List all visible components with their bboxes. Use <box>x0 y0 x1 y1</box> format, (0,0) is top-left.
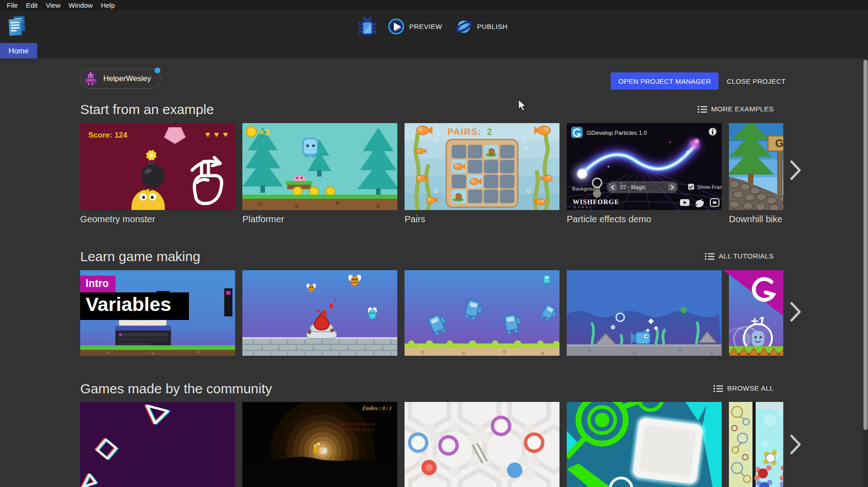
tutorial-jumpstart-thumbnail <box>567 270 722 356</box>
forest-score: Étoiles : 0 / 1 <box>362 405 392 411</box>
example-card-downhill-bike[interactable]: GO Downhill bike <box>729 123 783 228</box>
tab-strip: Home <box>0 43 868 58</box>
profile-chip[interactable]: HelperWesley <box>80 69 161 89</box>
community-carousel: Étoiles : 0 / 1 Tuer les monstres en leu… <box>80 402 783 487</box>
geometry-monster-thumbnail: Score: 124 ♥ ♥ ♥ <box>80 123 235 210</box>
night-forest-thumbnail: Étoiles : 0 / 1 Tuer les monstres en leu… <box>242 402 397 487</box>
examples-next-button[interactable] <box>786 159 805 181</box>
tutorials-next-button[interactable] <box>786 301 805 323</box>
tutorial-events-thumbnail <box>405 270 559 356</box>
pairs-thumbnail: PAIRS: 2 <box>405 123 559 210</box>
tab-home[interactable]: Home <box>0 43 37 58</box>
info-icon <box>709 128 717 136</box>
geometry-hearts: ♥ ♥ ♥ <box>205 130 229 139</box>
toolbar-center: PREVIEW PUBLISH <box>0 10 868 43</box>
scrollbar-thumb[interactable] <box>863 60 868 430</box>
chemistry-art <box>729 402 783 487</box>
example-card-platformer[interactable]: ×3 <box>242 123 397 228</box>
hex-rings-thumbnail <box>405 402 559 487</box>
downhill-bike-art: GO <box>729 123 783 210</box>
pairs-caption: PAIRS: <box>448 127 482 137</box>
particles-showframe-label: Show Frame <box>697 184 722 190</box>
gdevelop-corner-logo <box>723 270 783 316</box>
menu-view[interactable]: View <box>42 1 64 10</box>
chevron-right-icon <box>790 434 801 455</box>
tutorial-card-events[interactable]: Intro Events <box>405 270 559 356</box>
notification-dot <box>154 67 160 73</box>
example-card-label: Pairs <box>405 214 559 224</box>
more-examples-label: MORE EXAMPLES <box>711 105 774 113</box>
particles-brand: WISHFORGE <box>573 198 619 205</box>
preview-button[interactable]: PREVIEW <box>385 18 445 35</box>
example-card-pairs[interactable]: PAIRS: 2 <box>405 123 559 228</box>
avatar <box>83 71 98 86</box>
neon-shapes-thumbnail <box>80 402 235 487</box>
list-icon <box>698 105 707 113</box>
all-tutorials-label: ALL TUTORIALS <box>719 252 774 260</box>
all-tutorials-link[interactable]: ALL TUTORIALS <box>702 252 776 261</box>
teal-square-thumbnail <box>567 402 722 487</box>
example-card-label: Downhill bike <box>729 214 783 224</box>
particles-title: GDevelop Particles 1.0 <box>587 129 647 136</box>
browse-all-link[interactable]: BROWSE ALL <box>711 384 776 393</box>
community-card-teal-square[interactable] <box>567 402 722 487</box>
gdevelop-badge-icon <box>571 127 583 138</box>
debug-button[interactable] <box>357 16 377 37</box>
menu-bar: File Edit View Window Help <box>0 0 868 10</box>
tutorial-card-objects[interactable]: Intro Objects <box>242 270 397 356</box>
preview-label: PREVIEW <box>409 23 442 30</box>
list-icon <box>705 253 714 260</box>
particle-effects-thumbnail: GDevelop Particles 1.0 Background 07 - M… <box>567 123 722 210</box>
particle-effects-art: GDevelop Particles 1.0 Background 07 - M… <box>567 123 722 210</box>
neon-shapes-art <box>80 402 235 487</box>
downhill-sign-text: GO <box>775 137 783 149</box>
community-card-night-forest[interactable]: Étoiles : 0 / 1 Tuer les monstres en leu… <box>242 402 397 487</box>
examples-section-title: Start from an example <box>80 101 214 118</box>
teal-square-art <box>567 402 722 487</box>
tutorial-events-art <box>405 270 559 356</box>
community-card-chemistry[interactable] <box>729 402 783 487</box>
example-card-particle-effects[interactable]: GDevelop Particles 1.0 Background 07 - M… <box>567 123 722 228</box>
publish-planet-icon <box>455 18 473 35</box>
particles-preset-label: 07 - Magic <box>620 184 646 191</box>
tutorials-section-title: Learn game making <box>80 248 200 265</box>
example-card-label: Geometry monster <box>80 214 235 224</box>
tutorial-word: Variables <box>80 292 180 320</box>
chemistry-thumbnail <box>729 402 783 487</box>
pairs-art: PAIRS: 2 <box>405 123 559 210</box>
publish-button[interactable]: PUBLISH <box>453 18 511 36</box>
menu-file[interactable]: File <box>3 1 22 10</box>
examples-carousel: Score: 124 ♥ ♥ ♥ <box>80 123 783 228</box>
menu-help[interactable]: Help <box>97 1 119 10</box>
menu-window[interactable]: Window <box>64 1 96 10</box>
scrollbar-track[interactable] <box>863 58 868 487</box>
close-project-button[interactable]: CLOSE PROJECT <box>722 72 790 90</box>
tutorial-jumpstart-art <box>567 270 722 356</box>
open-project-manager-button[interactable]: OPEN PROJECT MANAGER <box>611 72 719 90</box>
community-card-hex-rings[interactable] <box>405 402 559 487</box>
more-examples-link[interactable]: MORE EXAMPLES <box>695 105 776 114</box>
tutorial-tag: Intro <box>80 276 116 293</box>
community-card-neon-shapes[interactable] <box>80 402 235 487</box>
platformer-thumbnail: ×3 <box>242 123 397 210</box>
forest-hint-line1: Tuer les monstres en <box>338 422 376 426</box>
downhill-bike-thumbnail: GO <box>729 123 783 210</box>
list-icon <box>714 385 723 392</box>
chevron-right-icon <box>790 301 801 322</box>
tutorials-carousel: Hi Intro Layout <box>80 270 783 356</box>
chevron-right-icon <box>790 160 801 181</box>
menu-edit[interactable]: Edit <box>22 1 42 10</box>
youtube-icon <box>680 199 690 206</box>
browse-all-label: BROWSE ALL <box>727 384 774 392</box>
tutorial-objects-thumbnail <box>242 270 397 356</box>
platformer-art: ×3 <box>242 123 397 210</box>
example-card-label: Platformer <box>242 214 397 224</box>
tutorial-card-jumpstart[interactable]: Intro Jumpstart <box>567 270 722 356</box>
geometry-score: Score: 124 <box>88 131 128 139</box>
mouse-cursor <box>518 100 528 111</box>
example-card-geometry-monster[interactable]: Score: 124 ♥ ♥ ♥ <box>80 123 235 228</box>
community-next-button[interactable] <box>786 434 805 455</box>
tutorial-card-variables[interactable]: +1 Intro Var <box>729 270 783 356</box>
example-card-label: Particle effects demo <box>567 214 722 224</box>
community-section-title: Games made by the community <box>80 381 272 397</box>
